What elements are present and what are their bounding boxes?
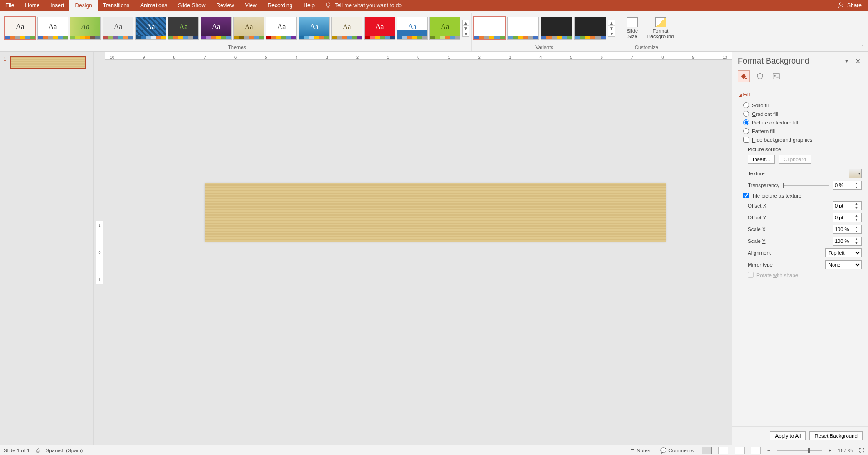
theme-thumb-11[interactable]: Aa [331,17,362,40]
group-label-themes: Themes [228,44,246,51]
group-variants: ▲ ▼ ▾ Variants [472,13,617,51]
pane-close-icon[interactable]: ✕ [853,58,863,65]
tab-animations[interactable]: Animations [135,0,173,11]
view-slideshow-button[interactable] [751,447,761,454]
offset-x-input[interactable]: ▲▼ [833,201,862,210]
label-gradient-fill: Gradient fill [752,111,778,117]
slide-size-button[interactable]: Slide Size [619,15,646,42]
variants-more[interactable]: ▾ [608,31,615,36]
zoom-in-button[interactable]: + [829,448,832,453]
tell-me-search[interactable]: Tell me what you want to do [325,0,402,11]
format-background-button[interactable]: Format Background [647,15,674,42]
section-fill[interactable]: Fill [739,92,862,97]
themes-scroll-up[interactable]: ▲ [463,20,469,26]
theme-thumb-13[interactable]: Aa [397,17,428,40]
tell-me-label: Tell me what you want to do [335,2,402,9]
radio-gradient-fill[interactable] [743,111,749,117]
insert-picture-button[interactable]: Insert... [748,155,775,164]
radio-solid-fill[interactable] [743,102,749,108]
label-tile: Tile picture as texture [752,193,802,198]
collapse-ribbon-icon[interactable]: ˄ [862,45,864,50]
slide-canvas[interactable] [205,183,666,242]
theme-thumb-2[interactable]: Aa [37,17,68,40]
zoom-out-button[interactable]: − [767,448,770,453]
theme-thumb-14[interactable]: Aa [429,17,460,40]
slide-thumbnails-panel: 1 [0,52,94,445]
checkbox-tile[interactable] [743,193,749,198]
svg-point-3 [839,3,842,5]
scale-x-input[interactable]: ▲▼ [833,225,862,234]
theme-thumb-5[interactable]: Aa [135,17,166,40]
status-language[interactable]: Spanish (Spain) [46,448,83,453]
notes-button[interactable]: ≣Notes [628,447,652,454]
themes-more[interactable]: ▾ [463,31,469,36]
fit-to-window-button[interactable]: ⛶ [859,448,864,453]
slide-thumbnail-1[interactable]: 1 [4,56,89,69]
tab-design[interactable]: Design [69,0,97,11]
view-normal-button[interactable] [702,447,712,454]
zoom-level[interactable]: 167 % [838,448,853,453]
slide-number: 1 [4,56,6,69]
transparency-input[interactable]: ▲▼ [833,181,862,190]
tab-transitions[interactable]: Transitions [98,0,135,11]
theme-thumb-3[interactable]: Aa [70,17,101,40]
theme-thumb-1[interactable]: Aa [5,17,35,40]
tab-home[interactable]: Home [20,0,45,11]
svg-point-6 [774,75,776,76]
theme-thumb-8[interactable]: Aa [233,17,264,40]
theme-thumb-4[interactable]: Aa [103,17,133,40]
view-sorter-button[interactable] [718,447,728,454]
tab-insert[interactable]: Insert [45,0,69,11]
texture-picker[interactable] [849,169,862,178]
tab-slideshow[interactable]: Slide Show [173,0,211,11]
view-reading-button[interactable] [735,447,745,454]
share-icon [837,2,844,9]
variant-thumb-1[interactable] [473,17,505,40]
theme-thumb-10[interactable]: Aa [299,17,330,40]
checkbox-hide-bg[interactable] [743,137,749,143]
group-label-customize: Customize [635,44,658,51]
checkbox-rotate [748,272,754,278]
pane-dropdown-icon[interactable]: ▼ [844,59,849,64]
offset-y-input[interactable]: ▲▼ [833,213,862,222]
variant-thumb-4[interactable] [574,17,606,40]
svg-point-4 [745,78,747,79]
variant-thumb-2[interactable] [507,17,539,40]
pane-tab-picture[interactable] [770,70,782,82]
comments-button[interactable]: 💬Comments [658,447,695,454]
variants-scroll-down[interactable]: ▼ [608,26,615,31]
label-offset-x: Offset X [748,203,830,208]
tab-review[interactable]: Review [211,0,239,11]
accessibility-icon[interactable]: ⎙ [36,448,39,453]
tab-help[interactable]: Help [298,0,320,11]
editor-area[interactable]: 10987654321012345678910 101 [94,52,732,445]
variant-thumb-3[interactable] [541,17,572,40]
radio-pattern-fill[interactable] [743,128,749,134]
theme-thumb-12[interactable]: Aa [364,17,395,40]
themes-scroll-down[interactable]: ▼ [463,26,469,31]
pentagon-icon [756,72,764,80]
ribbon-design: Aa Aa Aa Aa Aa Aa Aa Aa Aa Aa Aa Aa Aa A… [0,11,868,52]
label-solid-fill: Solid fill [752,103,770,108]
svg-rect-5 [773,74,779,79]
mirror-select[interactable]: None [825,260,862,269]
theme-thumb-9[interactable]: Aa [266,17,297,40]
theme-thumb-7[interactable]: Aa [201,17,232,40]
alignment-select[interactable]: Top left [825,248,862,257]
pane-tab-fill[interactable] [738,70,750,82]
zoom-slider[interactable] [777,450,822,451]
share-button[interactable]: Share [831,0,868,11]
tab-file[interactable]: File [0,0,20,11]
transparency-slider[interactable] [783,185,829,186]
apply-to-all-button[interactable]: Apply to All [770,431,806,440]
svg-point-0 [326,3,330,6]
pane-tab-effects[interactable] [754,70,766,82]
radio-picture-fill[interactable] [743,119,749,125]
scale-y-input[interactable]: ▲▼ [833,237,862,246]
variants-scroll-up[interactable]: ▲ [608,20,615,26]
tab-view[interactable]: View [240,0,262,11]
slide-size-icon [627,17,638,27]
theme-thumb-6[interactable]: Aa [168,17,199,40]
tab-recording[interactable]: Recording [262,0,298,11]
reset-background-button[interactable]: Reset Background [809,431,863,440]
